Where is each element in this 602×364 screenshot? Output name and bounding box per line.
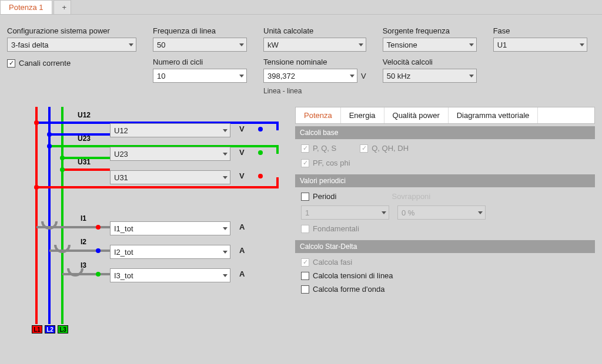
cb-tensioni-linea[interactable] (301, 272, 309, 280)
svg-point-9 (60, 156, 65, 160)
freq-src-select[interactable]: Tensione (383, 38, 477, 52)
config-row: Configurazione sistema power 3-fasi delt… (0, 15, 602, 101)
u23-unit: V (239, 148, 245, 157)
channels-current-label: Canali corrente (19, 59, 71, 68)
vnom-label: Tensione nominale (263, 58, 366, 66)
cb-periodi[interactable] (301, 193, 309, 201)
i3-label: I3 (81, 261, 86, 269)
overlap-select: 0 % (397, 205, 486, 220)
cb-pqs (301, 144, 309, 153)
right-tabs: Potenza Energia Qualità power Diagramma … (295, 107, 595, 124)
u12-unit: V (239, 124, 245, 133)
i3-select[interactable]: I3_tot (110, 268, 230, 282)
cycles-select[interactable]: 10 (153, 69, 247, 83)
svg-point-10 (60, 167, 65, 172)
svg-point-15 (96, 248, 101, 253)
svg-point-11 (34, 185, 39, 190)
cb-fondamentali (301, 225, 309, 233)
line-freq-label: Frequenza di linea (153, 26, 247, 35)
tab-potenza1[interactable]: Potenza 1 (0, 0, 52, 14)
sec-stardelta-head: Calcolo Star-Delta (295, 240, 595, 253)
u12-select[interactable]: U12 (110, 123, 230, 137)
vnom-unit: V (361, 72, 366, 80)
wiring-diagram: U12 U12 V U23 U23 V U31 U31 V I1 I1_tot … (7, 107, 289, 342)
calc-units-select[interactable]: kW (263, 38, 366, 52)
freq-src-label: Sorgente frequenza (383, 26, 477, 35)
channels-current-checkbox[interactable] (7, 59, 15, 68)
svg-point-17 (96, 272, 101, 277)
top-tabs: Potenza 1 + (0, 0, 602, 15)
chevron-down-icon (239, 43, 244, 46)
rtab-potenza[interactable]: Potenza (296, 107, 341, 123)
sec-valori-periodici-head: Valori periodici (295, 174, 595, 187)
chevron-down-icon (350, 75, 354, 77)
main-area: U12 U12 V U23 U23 V U31 U31 V I1 I1_tot … (0, 101, 602, 348)
terminal-l1: L1 (32, 325, 42, 333)
i2-label: I2 (81, 238, 86, 246)
terminal-l3: L3 (58, 325, 68, 333)
calc-rate-label: Velocità calcoli (383, 58, 477, 66)
cycles-label: Numero di cicli (153, 58, 247, 66)
periods-select: 1 (301, 205, 389, 220)
svg-point-4 (258, 150, 263, 155)
overlap-label: Sovrapponi (392, 192, 430, 201)
vnom-sublabel: Linea - linea (263, 87, 366, 95)
svg-point-7 (47, 132, 52, 137)
terminal-l2: L2 (45, 325, 55, 333)
i3-unit: A (239, 269, 245, 278)
chevron-down-icon (129, 43, 133, 46)
u31-select[interactable]: U31 (110, 170, 230, 184)
svg-point-13 (96, 225, 101, 230)
phase-label: Fase (493, 26, 587, 35)
vnom-select[interactable]: 398,372 (263, 69, 357, 83)
calc-units-label: Unità calcolate (263, 26, 366, 35)
calc-rate-select[interactable]: 50 kHz (383, 69, 477, 83)
u23-label: U23 (78, 134, 91, 143)
rtab-diagramma[interactable]: Diagramma vettoriale (449, 107, 539, 123)
svg-point-5 (258, 174, 263, 178)
right-panel: Potenza Energia Qualità power Diagramma … (295, 107, 595, 342)
power-system-label: Configurazione sistema power (7, 26, 136, 35)
u23-select[interactable]: U23 (110, 147, 230, 161)
rtab-qualita[interactable]: Qualità power (384, 107, 449, 123)
tab-add[interactable]: + (53, 0, 71, 14)
chevron-down-icon (469, 75, 474, 77)
chevron-down-icon (580, 43, 584, 46)
sec-calcoli-base-head: Calcoli base (295, 126, 595, 139)
cb-calcola-fasi (301, 258, 309, 267)
svg-point-6 (34, 120, 39, 125)
i2-select[interactable]: I2_tot (110, 245, 230, 259)
chevron-down-icon (469, 43, 474, 46)
u31-label: U31 (78, 158, 91, 166)
cb-qqhdh (360, 144, 368, 153)
i1-label: I1 (81, 214, 86, 223)
i1-select[interactable]: I1_tot (110, 221, 230, 235)
chevron-down-icon (359, 43, 363, 46)
power-system-select[interactable]: 3-fasi delta (7, 38, 136, 52)
svg-point-8 (47, 144, 52, 149)
line-freq-select[interactable]: 50 (153, 38, 247, 52)
i1-unit: A (239, 223, 245, 231)
cb-pf (301, 159, 309, 167)
chevron-down-icon (239, 75, 244, 77)
cb-forme-onda[interactable] (301, 285, 309, 294)
svg-point-3 (258, 127, 263, 132)
phase-select[interactable]: U1 (493, 38, 587, 52)
rtab-energia[interactable]: Energia (341, 107, 384, 123)
u12-label: U12 (78, 111, 91, 119)
u31-unit: V (239, 171, 245, 180)
i2-unit: A (239, 246, 245, 255)
